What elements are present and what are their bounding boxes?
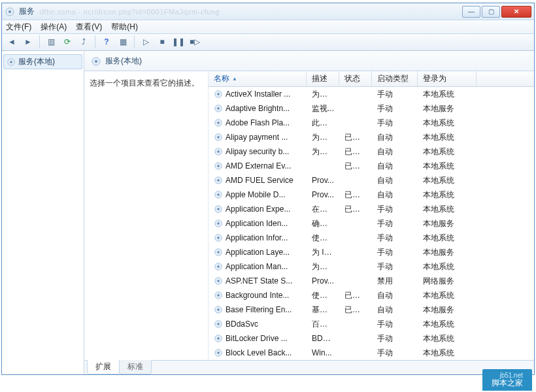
col-startup[interactable]: 启动类型 bbox=[372, 71, 418, 86]
gear-icon bbox=[214, 204, 223, 214]
table-row[interactable]: AMD External Ev...已启动自动本地系统 bbox=[209, 159, 534, 173]
start-button[interactable]: ▷ bbox=[139, 35, 153, 49]
col-status[interactable]: 状态 bbox=[339, 71, 372, 86]
col-desc[interactable]: 描述 bbox=[307, 71, 339, 86]
col-name[interactable]: 名称▲ bbox=[209, 71, 307, 86]
gear-icon bbox=[214, 176, 223, 185]
toolbar-separator bbox=[134, 35, 135, 48]
toolbar: ◄ ► ▥ ⟳ ⤴ ? ▦ ▷ ■ ❚❚ ■▷ bbox=[2, 34, 534, 51]
cell-desc: 此服… bbox=[307, 118, 339, 129]
cell-name: Application Laye... bbox=[209, 248, 307, 257]
cell-startup: 手动 bbox=[372, 233, 418, 244]
cell-startup: 手动 bbox=[372, 218, 418, 229]
service-rows[interactable]: ActiveX Installer ...为从…手动本地系统Adaptive B… bbox=[209, 87, 534, 360]
svg-point-19 bbox=[217, 179, 220, 182]
gear-icon bbox=[214, 147, 223, 156]
gear-icon bbox=[214, 291, 223, 300]
refresh-button[interactable]: ⟳ bbox=[60, 35, 75, 49]
watermark: jb51.net 脚本之家 bbox=[482, 369, 532, 391]
table-row[interactable]: BDdaSvc百度…手动本地系统 bbox=[209, 317, 534, 331]
window-controls: — ▢ ✕ bbox=[462, 6, 531, 18]
cell-logon: 本地系统 bbox=[418, 189, 477, 201]
description-pane: 选择一个项目来查看它的描述。 bbox=[84, 71, 209, 360]
export-button[interactable]: ⤴ bbox=[76, 35, 91, 49]
toolbar-separator bbox=[39, 35, 40, 48]
menu-help[interactable]: 帮助(H) bbox=[111, 22, 138, 33]
cell-desc: 使用… bbox=[307, 233, 339, 244]
table-row[interactable]: ActiveX Installer ...为从…手动本地系统 bbox=[209, 87, 534, 101]
table-row[interactable]: Application Expe...在应…已启动手动本地系统 bbox=[209, 202, 534, 216]
cell-logon: 本地服务 bbox=[418, 103, 477, 114]
menu-action[interactable]: 操作(A) bbox=[41, 22, 67, 33]
forward-button[interactable]: ► bbox=[21, 35, 35, 49]
table-row[interactable]: ASP.NET State S...Prov...禁用网络服务 bbox=[209, 274, 534, 288]
titlebar[interactable]: 服务 dfbn.ssma - ncr/drcon.php?id=0001FMaJ… bbox=[2, 3, 534, 20]
svg-point-41 bbox=[217, 337, 220, 340]
cell-startup: 自动 bbox=[372, 290, 418, 301]
help-button[interactable]: ? bbox=[99, 35, 114, 49]
svg-point-43 bbox=[217, 351, 220, 354]
cell-desc: 使用… bbox=[307, 290, 339, 301]
minimize-button[interactable]: — bbox=[462, 6, 480, 18]
cell-name: AMD External Ev... bbox=[209, 161, 307, 171]
table-row[interactable]: Application Infor...使用…手动本地系统 bbox=[209, 231, 534, 245]
restart-button[interactable]: ■▷ bbox=[188, 35, 202, 49]
cell-name: Alipay security b... bbox=[209, 147, 307, 156]
table-row[interactable]: Adobe Flash Pla...此服…手动本地系统 bbox=[209, 116, 534, 130]
table-row[interactable]: Apple Mobile D...Prov...已启动自动本地系统 bbox=[209, 188, 534, 202]
gear-icon bbox=[214, 90, 223, 99]
cell-name: BitLocker Drive ... bbox=[209, 334, 307, 343]
close-button[interactable]: ✕ bbox=[501, 6, 531, 18]
tab-standard[interactable]: 标准 bbox=[119, 360, 152, 374]
stop-button[interactable]: ■ bbox=[155, 35, 169, 49]
gear-icon bbox=[214, 334, 223, 343]
menu-view[interactable]: 查看(V) bbox=[76, 22, 102, 33]
menu-file[interactable]: 文件(F) bbox=[6, 22, 31, 33]
cell-logon: 本地系统 bbox=[418, 319, 477, 330]
sort-asc-icon: ▲ bbox=[232, 76, 237, 82]
table-row[interactable]: BitLocker Drive ...BDE...手动本地系统 bbox=[209, 331, 534, 346]
nav-services-local[interactable]: 服务(本地) bbox=[3, 54, 82, 69]
cell-desc: BDE... bbox=[307, 334, 339, 343]
cell-desc: 确定… bbox=[307, 218, 339, 229]
table-row[interactable]: Application Laye...为 In…手动本地服务 bbox=[209, 245, 534, 259]
cell-desc: 为通… bbox=[307, 261, 339, 272]
maximize-button[interactable]: ▢ bbox=[482, 6, 500, 18]
table-row[interactable]: Application Man...为通…手动本地系统 bbox=[209, 259, 534, 274]
tab-extended[interactable]: 扩展 bbox=[87, 360, 120, 374]
show-hide-tree-button[interactable]: ▥ bbox=[44, 35, 58, 49]
cell-logon: 本地服务 bbox=[418, 304, 477, 316]
description-prompt: 选择一个项目来查看它的描述。 bbox=[90, 78, 199, 88]
gear-icon bbox=[91, 56, 101, 67]
cell-name: Alipay payment ... bbox=[209, 133, 307, 142]
table-row[interactable]: Alipay payment ...为支…已启动自动本地系统 bbox=[209, 130, 534, 144]
back-button[interactable]: ◄ bbox=[5, 35, 19, 49]
cell-startup: 手动 bbox=[372, 319, 418, 330]
cell-logon: 本地系统 bbox=[418, 132, 477, 143]
col-logon[interactable]: 登录为 bbox=[418, 71, 477, 86]
svg-point-35 bbox=[217, 294, 220, 297]
table-row[interactable]: Base Filtering En...基本…已启动自动本地服务 bbox=[209, 302, 534, 317]
table-row[interactable]: Background Inte...使用…已启动自动本地系统 bbox=[209, 288, 534, 302]
table-row[interactable]: AMD FUEL ServiceProv...自动本地系统 bbox=[209, 173, 534, 188]
table-row[interactable]: Alipay security b...为支…已启动自动本地系统 bbox=[209, 144, 534, 159]
table-row[interactable]: Adaptive Brightn...监视...手动本地服务 bbox=[209, 101, 534, 116]
cell-status: 已启动 bbox=[339, 204, 372, 215]
cell-logon: 本地系统 bbox=[418, 348, 477, 359]
watermark-text: 脚本之家 bbox=[492, 378, 523, 387]
cell-startup: 手动 bbox=[372, 247, 418, 258]
cell-desc: Prov... bbox=[307, 176, 339, 185]
gear-icon bbox=[214, 133, 223, 142]
cell-logon: 本地系统 bbox=[418, 290, 477, 301]
column-headers: 名称▲ 描述 状态 启动类型 登录为 bbox=[209, 71, 534, 87]
table-row[interactable]: Application Iden...确定…手动本地服务 bbox=[209, 216, 534, 231]
cell-name: Application Man... bbox=[209, 262, 307, 271]
nav-tree: 服务(本地) bbox=[2, 52, 84, 374]
cell-desc: 为从… bbox=[307, 89, 339, 100]
cell-name: Background Inte... bbox=[209, 291, 307, 300]
gear-icon bbox=[214, 190, 223, 199]
table-row[interactable]: Block Level Back...Win...手动本地系统 bbox=[209, 346, 534, 360]
properties-button[interactable]: ▦ bbox=[116, 35, 130, 49]
cell-startup: 手动 bbox=[372, 333, 418, 344]
pause-button[interactable]: ❚❚ bbox=[171, 35, 186, 49]
